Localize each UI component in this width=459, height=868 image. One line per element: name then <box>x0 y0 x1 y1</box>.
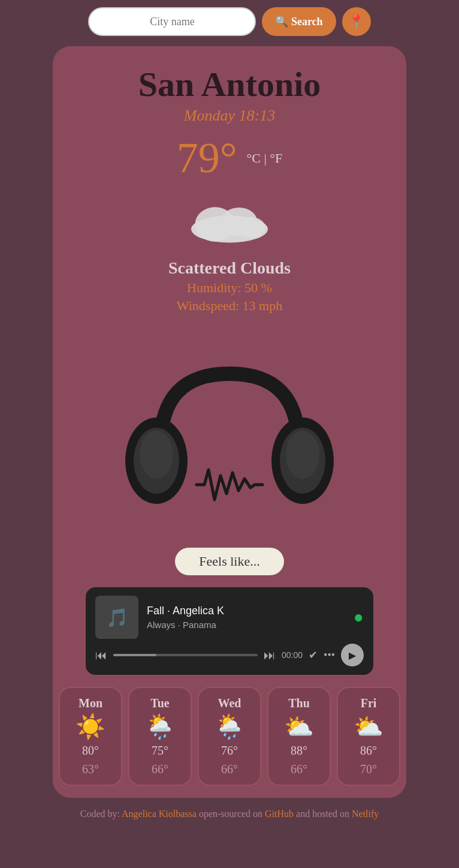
forecast-row: Mon☀️80°63°Tue🌦️75°66°Wed🌦️76°66°Thu⛅88°… <box>59 687 400 786</box>
spotify-title: Fall · Angelica K <box>147 605 354 617</box>
forecast-high-temp: 80° <box>82 744 99 758</box>
windspeed: Windspeed: 13 mph <box>177 298 282 314</box>
forecast-card-mon: Mon☀️80°63° <box>59 687 122 786</box>
spotify-play-button[interactable]: ▶ <box>341 644 364 666</box>
forecast-day-label: Tue <box>150 696 170 710</box>
weather-description: Scattered Clouds <box>168 259 291 278</box>
forecast-card-wed: Wed🌦️76°66° <box>198 687 261 786</box>
datetime: Monday 18:13 <box>184 107 275 125</box>
forecast-low-temp: 66° <box>221 762 238 776</box>
forecast-low-temp: 70° <box>360 762 377 776</box>
svg-rect-10 <box>210 370 249 381</box>
forecast-weather-icon: 🌦️ <box>145 715 175 739</box>
spotify-controls: ⏮ ⏭ 00:00 ✔ ••• ▶ <box>95 644 364 666</box>
windspeed-label: Windspeed: <box>177 298 239 313</box>
temperature-row: 79° °C | °F <box>177 133 283 183</box>
footer-coded-by: Coded by: <box>80 809 120 819</box>
forecast-weather-icon: ☀️ <box>76 715 105 739</box>
search-button[interactable]: 🔍 Search <box>262 7 336 36</box>
forecast-day-label: Thu <box>288 696 310 710</box>
footer-hosted: and hosted on <box>296 809 349 819</box>
forecast-card-thu: Thu⛅88°66° <box>267 687 331 786</box>
spotify-next-button[interactable]: ⏭ <box>264 648 276 662</box>
cloud-icon <box>182 195 277 249</box>
forecast-day-label: Fri <box>361 696 377 710</box>
feels-like-label: Feels like... <box>199 554 259 569</box>
forecast-day-label: Mon <box>78 696 102 710</box>
feels-like-button[interactable]: Feels like... <box>175 548 283 575</box>
city-input[interactable] <box>88 7 256 36</box>
svg-point-3 <box>237 217 265 238</box>
forecast-low-temp: 66° <box>152 762 168 776</box>
spotify-progress-bar[interactable] <box>113 654 258 656</box>
spotify-prev-button[interactable]: ⏮ <box>95 648 107 662</box>
humidity-label: Humidity: <box>187 280 241 295</box>
location-button[interactable]: 📍 <box>342 7 371 36</box>
humidity: Humidity: 50 % <box>187 280 272 296</box>
windspeed-value: 13 mph <box>243 298 283 313</box>
spotify-info: Fall · Angelica K Always · Panama <box>138 605 354 630</box>
cloud-area <box>182 195 277 249</box>
forecast-low-temp: 66° <box>291 762 307 776</box>
search-label: 🔍 Search <box>275 16 322 28</box>
forecast-card-tue: Tue🌦️75°66° <box>128 687 192 786</box>
temperature: 79° <box>177 133 237 183</box>
forecast-weather-icon: ⛅ <box>284 715 314 739</box>
forecast-card-fri: Fri⛅86°70° <box>337 687 400 786</box>
spotify-progress-fill <box>113 654 156 656</box>
spotify-logo-icon: ● <box>354 608 364 627</box>
headphones-illustration <box>116 326 343 554</box>
footer: Coded by: Angelica Kiolbassa open-source… <box>68 809 391 831</box>
forecast-low-temp: 63° <box>82 762 99 776</box>
spotify-more-icon[interactable]: ••• <box>324 649 335 662</box>
headphones-area: Feels like... <box>71 326 388 575</box>
spotify-top: 🎵 Fall · Angelica K Always · Panama ● <box>95 596 364 639</box>
spotify-album-art: 🎵 <box>95 596 138 639</box>
forecast-high-temp: 88° <box>291 744 307 758</box>
svg-point-9 <box>286 431 319 479</box>
forecast-weather-icon: 🌦️ <box>215 715 244 739</box>
city-name: San Antonio <box>138 64 321 104</box>
forecast-weather-icon: ⛅ <box>354 715 383 739</box>
top-bar: 🔍 Search 📍 <box>0 0 459 43</box>
unit-toggle[interactable]: °C | °F <box>246 151 282 166</box>
spotify-subtitle: Always · Panama <box>147 620 354 630</box>
forecast-high-temp: 75° <box>152 744 168 758</box>
location-icon: 📍 <box>348 14 364 29</box>
weather-card: San Antonio Monday 18:13 79° °C | °F Sca… <box>53 46 406 798</box>
spotify-check-icon[interactable]: ✔ <box>309 648 318 662</box>
footer-author[interactable]: Angelica Kiolbassa <box>122 809 197 819</box>
spotify-widget: 🎵 Fall · Angelica K Always · Panama ● ⏮ … <box>86 587 373 675</box>
spotify-time: 00:00 <box>282 650 303 660</box>
footer-netlify-link[interactable]: Netlify <box>352 809 379 819</box>
humidity-value: 50 % <box>244 280 272 295</box>
forecast-high-temp: 86° <box>360 744 377 758</box>
svg-point-6 <box>140 431 173 479</box>
forecast-high-temp: 76° <box>221 744 238 758</box>
forecast-day-label: Wed <box>218 696 241 710</box>
footer-opensource: open-sourced on <box>199 809 262 819</box>
footer-github-link[interactable]: GitHub <box>265 809 294 819</box>
